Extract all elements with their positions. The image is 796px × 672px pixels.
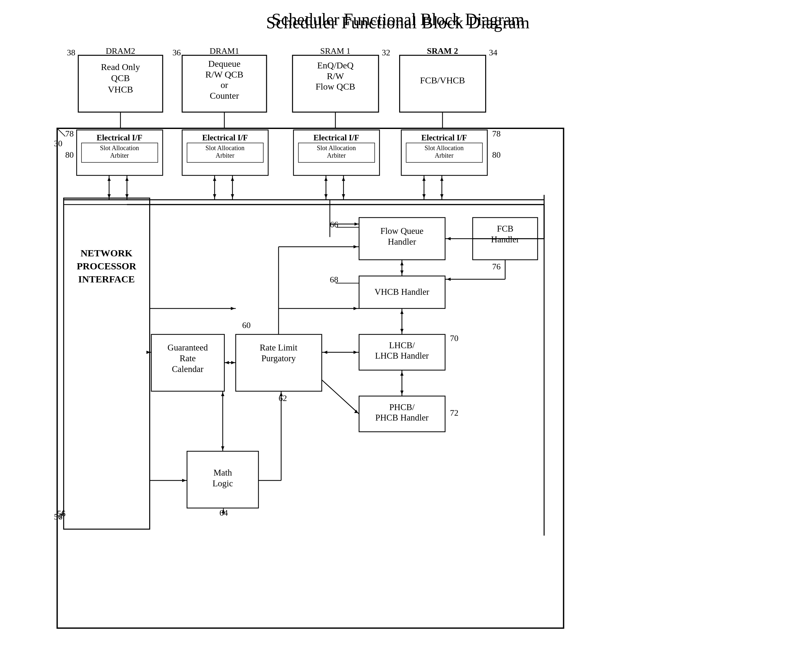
- svg-text:PHCB/: PHCB/: [389, 402, 415, 412]
- svg-text:Electrical I/F: Electrical I/F: [97, 133, 143, 142]
- svg-text:FCB: FCB: [497, 224, 514, 234]
- svg-rect-54: [64, 198, 149, 529]
- svg-rect-93: [473, 218, 538, 260]
- svg-text:SRAM 1: SRAM 1: [320, 46, 351, 56]
- svg-text:Handler: Handler: [491, 235, 519, 244]
- svg-text:Rate Limit: Rate Limit: [260, 343, 298, 352]
- svg-text:PROCESSOR: PROCESSOR: [77, 261, 136, 271]
- svg-text:Slot Allocation: Slot Allocation: [317, 144, 356, 152]
- svg-rect-116: [359, 396, 445, 432]
- svg-text:Flow QCB: Flow QCB: [316, 82, 355, 91]
- svg-text:70: 70: [450, 334, 458, 343]
- svg-text:Math: Math: [213, 468, 232, 478]
- svg-rect-128: [151, 334, 224, 391]
- svg-text:Slot Allocation: Slot Allocation: [424, 144, 464, 152]
- svg-marker-108: [400, 261, 404, 265]
- svg-text:62: 62: [279, 394, 287, 403]
- svg-marker-74: [324, 177, 327, 181]
- svg-text:78: 78: [492, 129, 501, 138]
- svg-text:VHCB Handler: VHCB Handler: [375, 287, 429, 297]
- svg-marker-73: [324, 194, 327, 198]
- svg-marker-62: [107, 177, 111, 181]
- svg-marker-153: [221, 392, 224, 396]
- svg-marker-154: [221, 446, 224, 450]
- svg-text:Arbiter: Arbiter: [216, 152, 235, 159]
- svg-rect-19: [400, 55, 486, 112]
- svg-rect-37: [182, 130, 268, 175]
- svg-rect-27: [57, 128, 563, 628]
- svg-text:DRAM2: DRAM2: [106, 46, 135, 56]
- svg-line-29: [57, 128, 65, 136]
- svg-text:EnQ/DeQ: EnQ/DeQ: [317, 60, 354, 70]
- svg-text:Rate: Rate: [179, 354, 195, 363]
- svg-text:Purgatory: Purgatory: [261, 354, 296, 363]
- svg-line-59: [61, 510, 64, 516]
- svg-marker-71: [231, 177, 234, 181]
- svg-text:Dequeue: Dequeue: [208, 59, 240, 69]
- svg-text:Arbiter: Arbiter: [110, 152, 129, 159]
- svg-marker-76: [342, 194, 345, 198]
- svg-text:Electrical I/F: Electrical I/F: [314, 133, 359, 142]
- svg-text:VHCB: VHCB: [108, 84, 133, 94]
- svg-marker-115: [400, 310, 404, 314]
- svg-text:Guaranteed: Guaranteed: [168, 343, 208, 352]
- svg-text:R/W: R/W: [327, 71, 344, 81]
- svg-text:or: or: [221, 80, 228, 90]
- svg-marker-151: [225, 361, 229, 364]
- svg-text:Electrical I/F: Electrical I/F: [202, 133, 248, 142]
- svg-text:Slot Allocation: Slot Allocation: [206, 144, 245, 152]
- svg-marker-139: [354, 350, 357, 354]
- svg-line-141: [322, 380, 359, 414]
- svg-text:80: 80: [492, 150, 501, 160]
- svg-marker-122: [400, 372, 404, 376]
- svg-marker-65: [125, 177, 129, 181]
- svg-rect-47: [401, 130, 487, 175]
- svg-marker-137: [222, 509, 225, 513]
- svg-marker-82: [440, 194, 444, 198]
- svg-text:76: 76: [492, 262, 501, 271]
- svg-marker-98: [447, 237, 451, 240]
- svg-marker-68: [213, 177, 216, 181]
- svg-rect-49: [406, 143, 482, 163]
- svg-text:56: 56: [54, 512, 62, 522]
- svg-text:INTERFACE: INTERFACE: [78, 274, 135, 284]
- svg-marker-77: [342, 177, 345, 181]
- svg-text:32: 32: [382, 48, 390, 57]
- svg-marker-161: [231, 307, 235, 310]
- svg-text:78: 78: [65, 129, 74, 138]
- svg-text:30: 30: [54, 139, 62, 148]
- svg-text:Arbiter: Arbiter: [435, 152, 453, 159]
- svg-marker-150: [231, 361, 235, 364]
- svg-text:60: 60: [242, 320, 251, 330]
- svg-marker-67: [213, 194, 216, 198]
- svg-text:LHCB Handler: LHCB Handler: [375, 351, 429, 361]
- svg-text:SRAM 2: SRAM 2: [427, 46, 458, 56]
- svg-marker-107: [400, 270, 404, 274]
- svg-marker-101: [447, 278, 451, 281]
- svg-text:Electrical I/F: Electrical I/F: [421, 133, 467, 142]
- svg-marker-142: [354, 410, 358, 413]
- svg-text:Logic: Logic: [213, 478, 233, 488]
- svg-text:QCB: QCB: [111, 73, 130, 83]
- svg-marker-169: [354, 222, 359, 226]
- svg-text:72: 72: [450, 408, 458, 418]
- svg-rect-42: [293, 130, 380, 175]
- svg-rect-6: [182, 55, 266, 112]
- svg-rect-13: [293, 55, 379, 112]
- svg-rect-132: [187, 451, 258, 508]
- svg-rect-88: [359, 218, 445, 260]
- svg-text:36: 36: [172, 48, 181, 57]
- svg-text:LHCB/: LHCB/: [389, 341, 415, 350]
- svg-marker-114: [400, 329, 404, 333]
- svg-rect-32: [82, 143, 158, 163]
- svg-marker-157: [280, 392, 283, 396]
- svg-text:Handler: Handler: [388, 237, 416, 246]
- svg-text:Calendar: Calendar: [172, 364, 203, 374]
- svg-text:FCB/VHCB: FCB/VHCB: [420, 75, 465, 85]
- svg-text:PHCB Handler: PHCB Handler: [375, 413, 429, 422]
- svg-text:Read Only: Read Only: [101, 62, 140, 72]
- svg-rect-102: [359, 276, 445, 309]
- svg-rect-123: [235, 334, 322, 391]
- svg-marker-64: [125, 194, 129, 198]
- svg-rect-39: [187, 143, 263, 163]
